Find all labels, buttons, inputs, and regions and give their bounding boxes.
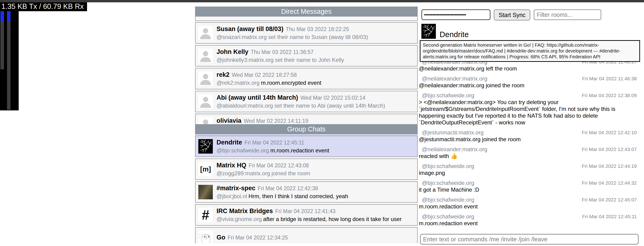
gopher-avatar-icon	[198, 230, 213, 243]
last-sender: @johnkelly3:matrix.org	[216, 57, 274, 63]
message-timestamp: Fri Mar 04 2022 12:44:19	[582, 163, 642, 170]
message: @neilalexander:matrix.orgFri Mar 04 2022…	[419, 146, 642, 160]
group-row-text: Matrix HQFri Mar 04 2022 12:43:08 @zogg2…	[216, 162, 310, 177]
room-timestamp: Fri Mar 04 2022 12:34:25	[228, 234, 288, 241]
room-title: Dendrite	[440, 30, 469, 39]
tx-bar-gray	[0, 22, 4, 69]
room-name: #matrix-spec	[216, 184, 256, 192]
message-body: @neilalexander:matrix.org joined the roo…	[419, 82, 642, 89]
room-name: Go	[216, 234, 226, 241]
message-body: reacted with 👍	[419, 153, 642, 160]
message-timestamp: Fri Mar 04 2022 12:38:09	[582, 92, 642, 99]
start-sync-button[interactable]: Start Sync	[494, 9, 530, 20]
last-sender: @zogg289:matrix.org	[216, 170, 270, 176]
room-timestamp: Fri Mar 04 2022 12:42:38	[258, 185, 318, 192]
room-name: Susan (away till 08/03)	[216, 26, 284, 32]
room-name: IRC Matrix Bridges	[216, 208, 273, 214]
message-sender: @bjo:schafweide.org	[419, 92, 474, 99]
rx-bar-gray	[7, 22, 10, 110]
message-body: it got a Time Machine :D	[419, 186, 642, 193]
dm-row-john-kelly[interactable]: John KellyThu Mar 03 2022 11:36:57 @john…	[195, 45, 418, 66]
message-sender: @neilalexander:matrix.org	[419, 75, 488, 82]
room-header: Dendrite	[422, 24, 642, 39]
message: @bjo:schafweide.orgFri Mar 04 2022 12:38…	[419, 92, 642, 126]
matrix-client-window: 1.35 KB Tx / 60.79 KB Rx Direct Messages…	[0, 0, 644, 246]
room-timestamp: Wed Mar 02 2022 18:27:58	[232, 72, 297, 78]
message-timestamp: Fri Mar 04 2022 12:45:07	[582, 196, 642, 203]
last-event: set their name to Abi (away until 14th M…	[274, 102, 385, 109]
room-timestamp: Thu Mar 03 2022 11:36:57	[251, 49, 314, 55]
message-timeline: @neilalexander:matrix.orgFri Mar 04 2022…	[419, 58, 642, 232]
last-sender: @snazari:matrix.org	[216, 34, 267, 40]
last-event: set their name to John Kelly	[275, 57, 344, 63]
message-timestamp: Fri Mar 04 2022 11:46:38	[582, 75, 642, 82]
message: @bjo:schafweide.orgFri Mar 04 2022 12:45…	[419, 196, 642, 210]
dm-row-abi[interactable]: Abi (away until 14th March)Wed Mar 02 20…	[195, 91, 418, 112]
group-row-dendrite[interactable]: DendriteFri Mar 04 2022 12:45:11 @bjo:sc…	[195, 136, 418, 157]
message-sender: @jestunmactii:matrix.org	[419, 129, 484, 136]
message: @bjo:schafweide.orgFri Mar 04 2022 12:44…	[419, 180, 642, 193]
dm-row-text: Abi (away until 14th March)Wed Mar 02 20…	[216, 94, 385, 109]
group-row-go[interactable]: GoFri Mar 04 2022 12:34:25	[195, 227, 418, 243]
last-event: after a bridge is restarted, how long do…	[263, 216, 402, 222]
last-event: joined the room	[272, 170, 310, 176]
message-timestamp: Fri Mar 04 2022 12:42:10	[582, 129, 642, 136]
filter-rooms-input[interactable]	[534, 9, 601, 20]
dm-row-text: Susan (away till 08/03)Thu Mar 03 2022 1…	[216, 25, 368, 40]
room-timestamp: Wed Mar 02 2022 15:02:14	[300, 95, 366, 101]
room-list: Direct Messages Susan (away till 08/03)T…	[195, 6, 418, 243]
group-row-irc-matrix-bridges[interactable]: # IRC Matrix BridgesFri Mar 04 2022 12:4…	[195, 204, 418, 226]
message-body: > <@neilalexander:matrix.org> You can tr…	[419, 99, 642, 126]
message: @bjo:schafweide.orgFri Mar 04 2022 12:44…	[419, 163, 642, 176]
rx-bar-blue	[7, 10, 10, 22]
room-name: John Kelly	[216, 48, 248, 55]
room-name: Matrix HQ	[216, 162, 246, 169]
last-event: m.room.encrypted event	[261, 80, 321, 86]
access-token-input[interactable]	[422, 9, 490, 20]
group-row-text: DendriteFri Mar 04 2022 12:45:11 @bjo:sc…	[216, 139, 329, 154]
message-timestamp: Fri Mar 04 2022 12:45:11	[582, 213, 642, 220]
message-body: @neilalexander:matrix.org left the room	[419, 65, 642, 72]
message-sender: @bjo:schafweide.org	[419, 163, 474, 170]
message-sender: @bjo:schafweide.org	[419, 196, 474, 203]
group-row-text: #matrix-specFri Mar 04 2022 12:42:38 @jb…	[216, 184, 348, 200]
room-topic: Second-generation Matrix homeserver writ…	[420, 40, 640, 62]
message-body: @jestunmactii:matrix.org joined the room	[419, 136, 642, 142]
dm-row-rek2[interactable]: rek2Wed Mar 02 2022 18:27:58 @rek2:matri…	[195, 68, 418, 90]
message-composer-input[interactable]	[420, 234, 639, 244]
sync-toolbar: Start Sync	[422, 9, 642, 20]
message: @jestunmactii:matrix.orgFri Mar 04 2022 …	[419, 129, 642, 142]
group-row-matrix-hq[interactable]: [m] Matrix HQFri Mar 04 2022 12:43:08 @z…	[195, 158, 418, 180]
last-sender: @bjo:schafweide.org	[216, 147, 269, 154]
partial-row-top	[195, 16, 418, 21]
message-body: image.png	[419, 170, 642, 176]
message-timestamp: Fri Mar 04 2022 12:44:32	[582, 180, 642, 186]
photo-avatar-icon	[198, 185, 213, 199]
last-sender: @vivia:gnome.org	[216, 216, 262, 222]
message-sender: @neilalexander:matrix.org	[419, 146, 488, 153]
dm-row-oliviavia[interactable]: oliviaviaWed Mar 02 2022 14:11:19	[195, 114, 418, 124]
person-avatar-icon	[198, 117, 213, 124]
group-chats-header: Group Chats	[195, 124, 418, 134]
last-sender: @jboi:jboi.nl	[216, 193, 247, 199]
hash-avatar-icon: #	[198, 208, 213, 222]
message: @bjo:schafweide.orgFri Mar 04 2022 12:45…	[419, 213, 642, 227]
message-sender: @bjo:schafweide.org	[419, 180, 474, 186]
room-timestamp: Wed Mar 02 2022 14:11:19	[244, 118, 308, 124]
room-timestamp: Fri Mar 04 2022 12:41:43	[275, 208, 336, 214]
room-name: rek2	[216, 71, 230, 78]
dm-row-susan[interactable]: Susan (away till 08/03)Thu Mar 03 2022 1…	[195, 22, 418, 44]
group-row-matrix-spec[interactable]: #matrix-specFri Mar 04 2022 12:42:38 @jb…	[195, 181, 418, 203]
dm-row-text: rek2Wed Mar 02 2022 18:27:58 @rek2:matri…	[216, 71, 321, 86]
group-row-text: IRC Matrix BridgesFri Mar 04 2022 12:41:…	[216, 207, 402, 223]
last-sender: @abialdouri:matrix.org	[216, 102, 273, 109]
network-monitor	[0, 2, 19, 110]
person-avatar-icon	[198, 94, 213, 109]
direct-messages-header: Direct Messages	[195, 6, 418, 16]
dendrite-room-avatar-icon	[422, 24, 436, 39]
tx-bar-blue	[0, 10, 4, 22]
room-name: oliviavia	[216, 117, 242, 124]
message: @neilalexander:matrix.orgFri Mar 04 2022…	[419, 75, 642, 89]
message-body: m.room.redaction event	[419, 220, 642, 227]
dendrite-avatar-icon	[198, 139, 213, 154]
